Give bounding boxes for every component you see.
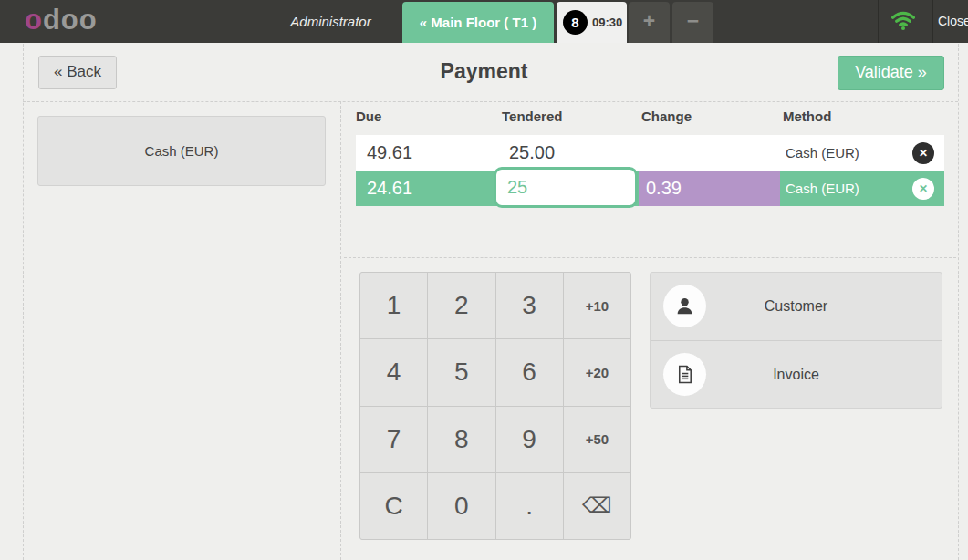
pos-payment-screen: odoo Administrator « Main Floor ( T1 ) 8… [0, 0, 968, 560]
order-time: 09:30 [592, 2, 622, 43]
frame-border-left [23, 44, 24, 560]
numpad-key-8[interactable]: 8 [428, 407, 494, 472]
payment-method-cash[interactable]: Cash (EUR) [37, 116, 326, 186]
numpad-key-2[interactable]: 2 [428, 273, 494, 338]
numpad-key-6[interactable]: 6 [496, 339, 563, 405]
numpad-key-clear[interactable]: C [360, 473, 427, 539]
logo-letter: o [25, 4, 43, 36]
numpad-key-7[interactable]: 7 [360, 407, 427, 472]
username-label: Administrator [260, 0, 401, 43]
new-order-button[interactable]: + [629, 2, 670, 43]
paymentline-tendered: 25.00 [502, 142, 639, 163]
payment-method-label: Cash (EUR) [145, 143, 219, 159]
column-header-due: Due [356, 109, 502, 124]
paymentlines-header-row: Due Tendered Change Method [356, 109, 944, 124]
column-header-tendered: Tendered [502, 109, 639, 124]
logo-letters: doo [43, 4, 98, 36]
orders-count-badge: 8 [563, 10, 588, 35]
payment-options: Customer Invoice [650, 272, 942, 409]
paymentline-due: 49.61 [356, 142, 502, 163]
topbar: odoo Administrator « Main Floor ( T1 ) 8… [0, 0, 968, 43]
tendered-amount-input[interactable] [494, 167, 638, 208]
topbar-divider [878, 0, 879, 43]
plus-icon: + [643, 9, 655, 33]
paymentline-method: Cash (EUR) ✕ [780, 178, 944, 200]
paymentline-method: Cash (EUR) ✕ [780, 142, 944, 164]
paymentline-due: 24.61 [356, 178, 502, 199]
delete-paymentline-icon[interactable]: ✕ [912, 142, 934, 164]
customer-button[interactable]: Customer [651, 273, 942, 340]
paymentline-method-label: Cash (EUR) [786, 145, 859, 161]
numpad-key-4[interactable]: 4 [360, 339, 427, 405]
delete-paymentline-icon[interactable]: ✕ [912, 178, 934, 200]
paymentline-change: 0.39 [639, 171, 780, 206]
numpad-key-plus20[interactable]: +20 [564, 339, 630, 405]
numpad-key-plus10[interactable]: +10 [564, 273, 630, 338]
numpad-key-0[interactable]: 0 [428, 473, 494, 539]
customer-button-label: Customer [651, 273, 942, 340]
close-button[interactable]: Close [938, 0, 968, 43]
paymentline-change [639, 135, 780, 171]
numpad-key-9[interactable]: 9 [496, 407, 563, 472]
order-tab[interactable]: 8 09:30 [557, 2, 627, 43]
paymentline-row[interactable]: 49.61 25.00 Cash (EUR) ✕ [356, 135, 944, 171]
delete-order-button[interactable]: − [672, 2, 713, 43]
frame-border-right [958, 44, 959, 560]
paymentline-row-selected[interactable]: 24.61 0.39 Cash (EUR) ✕ [356, 171, 944, 206]
validate-button[interactable]: Validate » [838, 56, 944, 90]
backspace-icon[interactable]: ⌫ [564, 473, 630, 539]
odoo-logo: odoo [25, 4, 98, 36]
wifi-icon [891, 11, 915, 31]
page-title: Payment [0, 59, 968, 84]
payment-numpad: 1 2 3 +10 4 5 6 +20 7 8 9 +50 C 0 . ⌫ [359, 272, 631, 540]
column-header-change: Change [639, 109, 780, 124]
numpad-key-5[interactable]: 5 [428, 339, 494, 405]
invoice-button[interactable]: Invoice [651, 340, 942, 408]
floor-tab-main-floor[interactable]: « Main Floor ( T1 ) [402, 2, 554, 43]
minus-icon: − [687, 9, 699, 33]
numpad-key-1[interactable]: 1 [360, 273, 427, 338]
column-header-method: Method [780, 109, 944, 124]
invoice-button-label: Invoice [651, 341, 942, 409]
paymentlines-border-bottom [344, 257, 956, 258]
numpad-key-plus50[interactable]: +50 [564, 407, 630, 472]
column-divider [340, 101, 341, 560]
paymentline-method-label: Cash (EUR) [786, 181, 859, 196]
numpad-key-decimal[interactable]: . [496, 473, 563, 539]
frame-border-top [23, 101, 958, 102]
topbar-divider [932, 0, 933, 43]
numpad-key-3[interactable]: 3 [496, 273, 563, 338]
